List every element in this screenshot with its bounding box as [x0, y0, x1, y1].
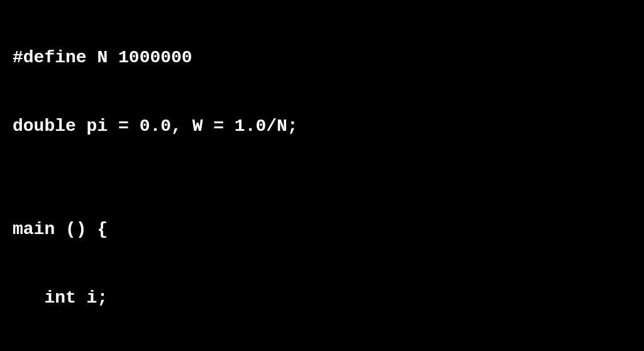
- code-block: #define N 1000000 double pi = 0.0, W = 1…: [13, 6, 631, 351]
- code-line: #define N 1000000: [13, 41, 631, 75]
- code-line: int i;: [13, 281, 631, 316]
- code-line: double pi = 0.0, W = 1.0/N;: [13, 109, 631, 144]
- code-line: main () {: [13, 213, 631, 247]
